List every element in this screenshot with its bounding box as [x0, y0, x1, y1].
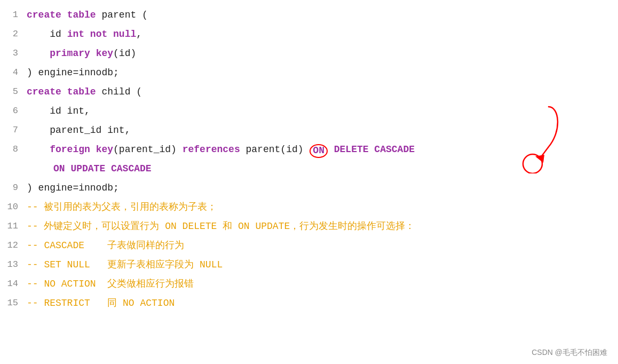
line-num-1: 1	[0, 5, 27, 25]
line-num-15: 15	[0, 294, 27, 313]
line-content-8: foreign key(parent_id) references parent…	[27, 140, 618, 159]
line-content-4: ) engine=innodb;	[27, 63, 618, 82]
code-line-13: 13 -- SET NULL 更新子表相应字段为 NULL	[0, 255, 618, 274]
code-line-11: 11 -- 外键定义时，可以设置行为 ON DELETE 和 ON UPDATE…	[0, 217, 618, 236]
code-line-10: 10 -- 被引用的表为父表，引用的表称为子表；	[0, 197, 618, 217]
on-circle-annotation: ON	[310, 144, 328, 158]
line-num-11: 11	[0, 217, 27, 236]
code-line-15: 15 -- RESTRICT 同 NO ACTION	[0, 294, 618, 313]
code-line-8: 8 foreign key(parent_id) references pare…	[0, 140, 618, 159]
line-content-6: id int,	[27, 101, 618, 121]
line-num-14: 14	[0, 274, 27, 294]
code-line-14: 14 -- NO ACTION 父类做相应行为报错	[0, 274, 618, 294]
line-num-8: 8	[0, 140, 27, 159]
line-content-10: -- 被引用的表为父表，引用的表称为子表；	[27, 197, 618, 217]
line-num-9: 9	[0, 178, 27, 197]
line-content-11: -- 外键定义时，可以设置行为 ON DELETE 和 ON UPDATE，行为…	[27, 217, 618, 236]
line-num-2: 2	[0, 25, 27, 44]
line-content-3: primary key(id)	[27, 44, 618, 63]
code-line-7: 7 parent_id int,	[0, 121, 618, 140]
code-line-6: 6 id int,	[0, 101, 618, 121]
line-content-14: -- NO ACTION 父类做相应行为报错	[27, 274, 618, 294]
code-editor: 1 create table parent ( 2 id int not nul…	[0, 0, 618, 364]
code-line-8-cont: 8 ON UPDATE CASCADE	[0, 159, 618, 178]
line-num-10: 10	[0, 197, 27, 217]
line-content-2: id int not null,	[27, 25, 618, 44]
code-line-8-wrapper: 8 foreign key(parent_id) references pare…	[0, 140, 618, 178]
line-content-5: create table child (	[27, 82, 618, 101]
code-line-9: 9 ) engine=innodb;	[0, 178, 618, 197]
code-line-12: 12 -- CASCADE 子表做同样的行为	[0, 236, 618, 255]
line-num-3: 3	[0, 44, 27, 63]
line-content-15: -- RESTRICT 同 NO ACTION	[27, 294, 618, 313]
line-num-5: 5	[0, 82, 27, 101]
code-line-5: 5 create table child (	[0, 82, 618, 101]
line-content-8-cont: ON UPDATE CASCADE	[53, 159, 618, 178]
line-num-12: 12	[0, 236, 27, 255]
code-line-3: 3 primary key(id)	[0, 44, 618, 63]
code-line-1: 1 create table parent (	[0, 5, 618, 25]
line-content-1: create table parent (	[27, 5, 618, 25]
line-content-12: -- CASCADE 子表做同样的行为	[27, 236, 618, 255]
line-content-9: ) engine=innodb;	[27, 178, 618, 197]
line-num-7: 7	[0, 121, 27, 140]
code-line-4: 4 ) engine=innodb;	[0, 63, 618, 82]
line-num-13: 13	[0, 255, 27, 274]
line-num-6: 6	[0, 101, 27, 121]
line-num-4: 4	[0, 63, 27, 82]
line-content-13: -- SET NULL 更新子表相应字段为 NULL	[27, 255, 618, 274]
code-line-2: 2 id int not null,	[0, 25, 618, 44]
line-content-7: parent_id int,	[27, 121, 618, 140]
watermark: CSDN @毛毛不怕困难	[532, 348, 607, 358]
